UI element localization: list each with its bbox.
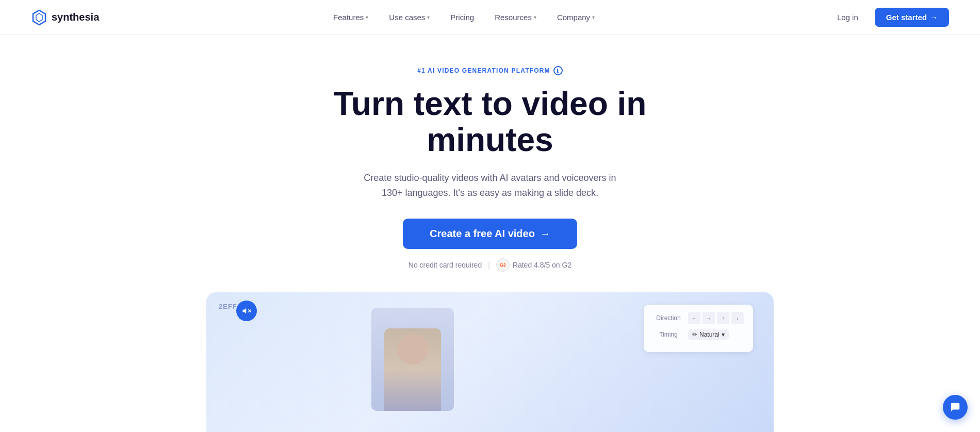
- chevron-down-icon: ▾: [366, 14, 368, 20]
- brand-logo[interactable]: synthesia: [31, 9, 99, 26]
- hero-subtitle: Create studio-quality videos with AI ava…: [356, 171, 624, 201]
- nav-item-usecases[interactable]: Use cases ▾: [381, 9, 438, 26]
- arrow-icon: →: [540, 228, 550, 240]
- svg-marker-0: [33, 10, 45, 25]
- chevron-down-icon: ▾: [592, 14, 595, 20]
- timing-label: Timing: [653, 331, 684, 338]
- separator: |: [488, 261, 490, 269]
- pencil-icon: ✏: [692, 331, 697, 338]
- hero-section: #1 AI VIDEO GENERATION PLATFORM ℹ Turn t…: [0, 35, 980, 432]
- hero-title: Turn text to video in minutes: [309, 86, 671, 158]
- nav-items: Features ▾ Use cases ▾ Pricing Resources…: [325, 9, 603, 26]
- svg-marker-1: [36, 13, 42, 22]
- video-preview: 2EFF Direction ←: [206, 292, 774, 432]
- timing-value[interactable]: ✏ Natural ▾: [688, 329, 729, 340]
- direction-label: Direction: [653, 314, 684, 322]
- mute-button[interactable]: [236, 301, 257, 321]
- arrow-up-button[interactable]: ↑: [717, 312, 729, 324]
- arrow-icon: →: [930, 13, 938, 22]
- preview-label: 2EFF: [219, 303, 237, 310]
- arrow-left-button[interactable]: ←: [688, 312, 700, 324]
- arrow-right-button[interactable]: →: [703, 312, 715, 324]
- g2-rating: G2 Rated 4.8/5 on G2: [496, 258, 571, 272]
- nav-item-features[interactable]: Features ▾: [325, 9, 377, 26]
- chevron-down-icon: ▾: [534, 14, 536, 20]
- direction-panel: Direction ← → ↑ ↓ Timing ✏ Natural ▾: [644, 305, 753, 352]
- create-video-button[interactable]: Create a free AI video →: [403, 219, 577, 249]
- navigation: synthesia Features ▾ Use cases ▾ Pricing…: [0, 0, 980, 35]
- platform-badge: #1 AI VIDEO GENERATION PLATFORM ℹ: [417, 66, 563, 75]
- timing-row: Timing ✏ Natural ▾: [653, 329, 744, 340]
- get-started-button[interactable]: Get started →: [875, 8, 949, 27]
- avatar-preview: [371, 308, 454, 411]
- info-icon: ℹ: [553, 66, 563, 75]
- nav-actions: Log in Get started →: [829, 8, 949, 27]
- chat-widget-button[interactable]: [943, 395, 968, 420]
- g2-logo: G2: [496, 258, 510, 272]
- trust-indicators: No credit card required | G2 Rated 4.8/5…: [409, 258, 571, 272]
- brand-name: synthesia: [52, 11, 99, 23]
- avatar-figure: [384, 328, 441, 411]
- arrow-down-button[interactable]: ↓: [731, 312, 744, 324]
- nav-item-resources[interactable]: Resources ▾: [486, 9, 545, 26]
- chevron-down-icon: ▾: [427, 14, 430, 20]
- direction-arrows: ← → ↑ ↓: [688, 312, 744, 324]
- direction-row: Direction ← → ↑ ↓: [653, 312, 744, 324]
- login-button[interactable]: Log in: [829, 9, 867, 26]
- video-preview-wrapper: 2EFF Direction ←: [206, 292, 774, 432]
- chevron-down-icon: ▾: [722, 331, 725, 338]
- nav-item-pricing[interactable]: Pricing: [442, 9, 482, 26]
- nav-item-company[interactable]: Company ▾: [549, 9, 603, 26]
- avatar-head: [397, 334, 428, 364]
